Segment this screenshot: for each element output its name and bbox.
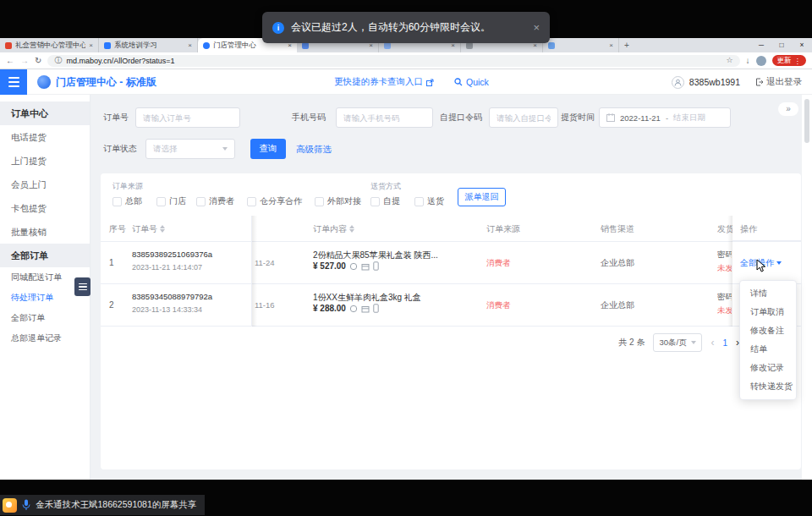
chevron-down-icon: [691, 341, 696, 344]
logout-button[interactable]: 退出登录: [755, 76, 802, 88]
menu-item-edit-remark[interactable]: 修改备注: [740, 321, 796, 340]
scrollbar-thumb[interactable]: [804, 99, 809, 143]
sidebar-item-batch-verify[interactable]: 批量核销: [0, 220, 90, 244]
logout-icon: [755, 78, 764, 86]
sidebar-section-all-orders: 全部订单: [0, 244, 90, 267]
browser-tab[interactable]: ×: [543, 38, 619, 52]
hamburger-icon: [79, 283, 87, 285]
checkbox-icon: [414, 197, 424, 206]
phone-label: 手机号码: [292, 107, 326, 128]
download-icon[interactable]: ↓: [746, 57, 750, 65]
quick-search-link[interactable]: Quick: [454, 69, 489, 95]
filter-checkbox-self-pickup[interactable]: 自提: [370, 194, 400, 209]
order-status-select[interactable]: 请选择: [145, 139, 235, 159]
pickup-code-input[interactable]: [489, 107, 558, 128]
reload-button[interactable]: ↻: [35, 57, 41, 65]
cell-order-no: 83859389251069376a: [132, 250, 212, 259]
tab-title: 系统培训学习: [114, 41, 184, 51]
browser-update-button[interactable]: 更新 ⋮: [772, 55, 807, 66]
browser-menu-icon[interactable]: ⋮: [794, 57, 802, 65]
sidebar-item-hq-return-records[interactable]: 总部退单记录: [0, 328, 90, 349]
checkbox-icon: [196, 197, 206, 206]
browser-tab[interactable]: 礼盒营销中心管理中心 ×: [0, 38, 99, 52]
sidebar-section-order-center: 订单中心: [0, 102, 90, 125]
mouse-cursor: [756, 259, 766, 273]
tab-title: 礼盒营销中心管理中心: [15, 41, 85, 51]
menu-item-close-order[interactable]: 结单: [740, 340, 796, 359]
filter-checkbox-external[interactable]: 外部对接: [315, 194, 361, 209]
tab-close-icon[interactable]: ×: [89, 41, 93, 49]
checkbox-icon: [247, 197, 256, 206]
cell-content: 2份精品大果85苹果礼盒装 陕西...: [313, 250, 478, 261]
new-tab-button[interactable]: +: [619, 38, 634, 52]
checkbox-icon: [315, 197, 324, 206]
sidebar-item-card-pickup[interactable]: 卡包提货: [0, 196, 90, 220]
order-status-label: 订单状态: [103, 139, 137, 159]
query-button[interactable]: 查询: [250, 139, 286, 159]
cell-created-time: 2023-11-21 14:14:07: [132, 263, 202, 272]
minimize-button[interactable]: ─: [751, 38, 771, 52]
menu-item-details[interactable]: 详情: [740, 284, 796, 303]
tab-close-icon[interactable]: ×: [609, 41, 613, 49]
share-text: 金禾通技术王斌18662591081的屏幕共享: [36, 499, 196, 511]
tab-close-icon[interactable]: ×: [188, 41, 192, 49]
filter-checkbox-share-coop[interactable]: 仓分享合作: [247, 194, 302, 209]
sort-icon[interactable]: [349, 225, 354, 233]
cell-pickup-date: 11-16: [255, 284, 275, 327]
advanced-filter-link[interactable]: 高级筛选: [296, 139, 332, 159]
user-avatar[interactable]: [672, 76, 684, 89]
menu-item-cancel-order[interactable]: 订单取消: [740, 303, 796, 321]
username: 8385wb1991: [689, 77, 740, 87]
col-content: 订单内容: [313, 216, 354, 242]
coupon-query-link[interactable]: 更快捷的券卡查询入口: [334, 69, 434, 95]
sidebar-item-all-orders[interactable]: 全部订单: [0, 308, 90, 328]
sidebar-item-member-visit[interactable]: 会员上门: [0, 173, 90, 196]
mobile-icon: [373, 304, 379, 313]
filter-checkbox-hq[interactable]: 总部: [112, 194, 142, 209]
filter-checkbox-delivery[interactable]: 送货: [414, 194, 444, 209]
price: ¥ 288.00: [313, 304, 346, 313]
browser-profile-avatar[interactable]: [756, 56, 766, 66]
chevron-down-icon: [776, 261, 782, 265]
window-close-button[interactable]: ×: [792, 38, 812, 52]
order-status-value: 请选择: [153, 144, 178, 155]
filter-checkbox-consumer[interactable]: 消费者: [196, 194, 234, 209]
menu-toggle-button[interactable]: [0, 69, 27, 95]
delivery-filter-label: 送货方式: [370, 181, 401, 192]
menu-item-express-ship[interactable]: 转快递发货: [740, 377, 796, 396]
pickup-code-label: 自提口令码: [440, 107, 482, 128]
phone-input[interactable]: [336, 107, 433, 128]
toast-close-button[interactable]: ×: [533, 21, 540, 34]
sidebar-expand-button[interactable]: [74, 277, 91, 296]
person-icon: [674, 79, 682, 86]
prev-page-button[interactable]: ‹: [710, 337, 714, 349]
browser-tab[interactable]: 系统培训学习 ×: [99, 38, 198, 52]
bookmark-star-icon[interactable]: ☆: [726, 57, 732, 64]
page-number[interactable]: 1: [722, 338, 727, 348]
sort-icon[interactable]: [160, 225, 165, 233]
order-source-filter-label: 订单来源: [112, 181, 143, 192]
microphone-icon: [22, 499, 30, 511]
date-range-picker[interactable]: 2022-11-21 - 结束日期: [599, 107, 731, 128]
pickup-time-label: 提货时间: [561, 107, 595, 128]
site-info-icon[interactable]: ⓘ: [54, 57, 62, 64]
gift-box-icon: [361, 305, 370, 313]
sidebar-item-door-pickup[interactable]: 上门提货: [0, 149, 90, 173]
menu-item-edit-history[interactable]: 修改记录: [740, 359, 796, 377]
search-icon: [454, 78, 463, 86]
maximize-button[interactable]: □: [771, 38, 792, 52]
col-ops: 操作: [740, 216, 757, 242]
checkbox-icon: [370, 197, 380, 206]
filter-collapse-button[interactable]: »: [778, 102, 798, 116]
cell-source: 消费者: [486, 242, 511, 284]
forward-button[interactable]: →: [20, 57, 29, 65]
address-bar[interactable]: ⓘ md.maboy.cn/AllOrder?status=1 ☆: [47, 55, 739, 67]
dispatch-return-button[interactable]: 派单退回: [458, 188, 506, 206]
order-no-input[interactable]: [135, 107, 240, 128]
back-button[interactable]: ←: [6, 57, 14, 65]
page-size-select[interactable]: 30条/页: [653, 333, 702, 352]
cell-price-row: ¥ 288.00: [313, 304, 379, 313]
filter-checkbox-store[interactable]: 门店: [156, 194, 186, 209]
sidebar-item-phone-pickup[interactable]: 电话提货: [0, 125, 90, 149]
col-no: 序号: [109, 216, 126, 242]
